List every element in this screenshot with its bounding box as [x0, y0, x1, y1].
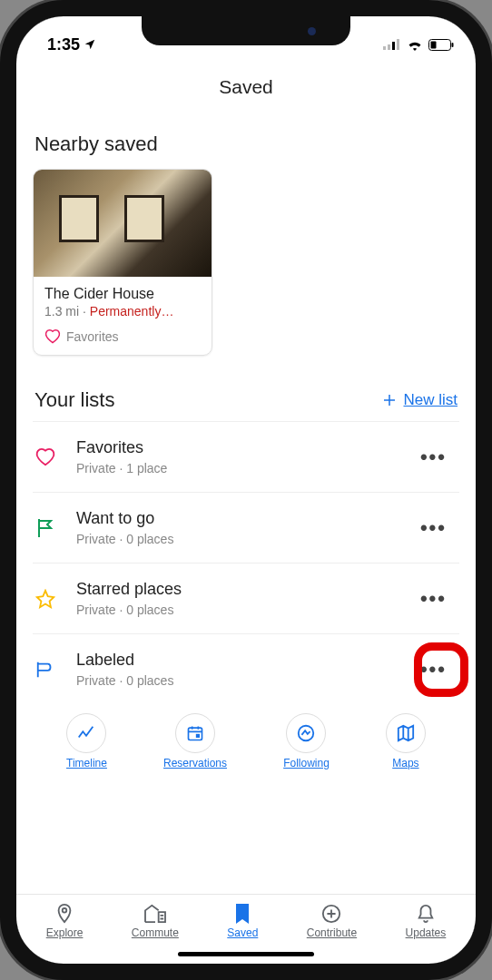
- plus-icon: [381, 392, 398, 408]
- svg-rect-6: [452, 43, 454, 47]
- heart-icon: [44, 329, 61, 344]
- phone-frame: 1:35 Saved Nearby saved The Cider House …: [0, 0, 492, 980]
- chip-following[interactable]: Following: [283, 713, 330, 769]
- chip-label: Maps: [392, 757, 418, 769]
- list-name: Starred places: [76, 580, 182, 599]
- nav-explore[interactable]: Explore: [46, 902, 84, 939]
- bookmark-icon: [234, 904, 251, 924]
- chips-row: Timeline Reservations Following Maps: [33, 704, 459, 769]
- nav-label: Commute: [132, 926, 179, 939]
- pin-icon: [54, 902, 74, 924]
- nav-label: Explore: [46, 926, 84, 939]
- svg-rect-7: [189, 728, 202, 740]
- label-icon: [34, 660, 56, 680]
- status-indicators: [383, 39, 454, 51]
- nav-commute[interactable]: Commute: [132, 904, 179, 939]
- nav-contribute[interactable]: Contribute: [307, 904, 357, 939]
- nav-label: Contribute: [307, 926, 357, 939]
- status-time: 1:35: [47, 35, 80, 54]
- list-item-want-to-go[interactable]: Want to go Private · 0 places •••: [33, 492, 459, 563]
- notch: [142, 16, 350, 45]
- follow-icon: [296, 723, 316, 743]
- chip-label: Reservations: [163, 757, 227, 769]
- heart-icon: [34, 448, 56, 466]
- list-meta: Private · 0 places: [76, 603, 182, 617]
- nav-updates[interactable]: Updates: [406, 904, 447, 939]
- your-lists-title: Your lists: [34, 388, 114, 412]
- your-lists-header: Your lists New list: [34, 388, 458, 412]
- new-list-label: New list: [403, 391, 458, 409]
- battery-icon: [428, 39, 454, 51]
- list-meta: Private · 0 places: [76, 532, 173, 546]
- list-meta: Private · 1 place: [76, 461, 167, 475]
- location-arrow-icon: [84, 38, 96, 51]
- list-name: Want to go: [76, 509, 173, 528]
- new-list-button[interactable]: New list: [381, 391, 458, 409]
- place-subtitle: 1.3 mi · Permanently…: [44, 304, 201, 318]
- trend-icon: [76, 723, 96, 743]
- svg-rect-1: [388, 44, 390, 50]
- nav-label: Saved: [227, 926, 258, 939]
- chip-timeline[interactable]: Timeline: [66, 713, 107, 769]
- map-icon: [396, 724, 416, 742]
- list-name: Labeled: [76, 651, 173, 670]
- place-distance: 1.3 mi: [44, 304, 79, 318]
- bottom-nav: Explore Commute Saved Contribute Updates: [16, 894, 476, 946]
- place-thumbnail: [34, 170, 212, 277]
- card-list-row: Favorites: [44, 329, 201, 344]
- list-meta: Private · 0 places: [76, 673, 173, 688]
- chip-label: Following: [283, 757, 330, 769]
- calendar-icon: [186, 724, 204, 742]
- more-options-button[interactable]: •••: [413, 654, 454, 685]
- wifi-icon: [407, 39, 423, 51]
- svg-rect-8: [196, 734, 200, 738]
- list-name: Favorites: [76, 438, 167, 457]
- chip-maps[interactable]: Maps: [386, 713, 426, 769]
- list-item-favorites[interactable]: Favorites Private · 1 place •••: [33, 421, 459, 492]
- svg-rect-2: [392, 42, 395, 50]
- svg-rect-0: [383, 46, 386, 50]
- chip-reservations[interactable]: Reservations: [163, 713, 227, 769]
- separator: ·: [79, 304, 90, 318]
- plus-circle-icon: [321, 904, 341, 924]
- star-icon: [34, 589, 56, 609]
- cellular-icon: [383, 39, 401, 50]
- more-options-button[interactable]: •••: [413, 583, 454, 614]
- bell-icon: [417, 904, 435, 924]
- page-title: Saved: [16, 56, 476, 116]
- svg-point-10: [63, 908, 67, 913]
- place-status: Permanently…: [90, 304, 174, 318]
- nav-label: Updates: [406, 926, 447, 939]
- svg-rect-5: [431, 41, 437, 48]
- list-item-labeled[interactable]: Labeled Private · 0 places •••: [33, 633, 459, 704]
- screen: 1:35 Saved Nearby saved The Cider House …: [16, 16, 476, 964]
- place-name: The Cider House: [44, 286, 201, 302]
- commute-icon: [143, 904, 167, 924]
- list-item-starred[interactable]: Starred places Private · 0 places •••: [33, 563, 459, 633]
- content-area: Nearby saved The Cider House 1.3 mi · Pe…: [16, 116, 476, 894]
- flag-icon: [34, 518, 56, 538]
- home-indicator[interactable]: [178, 952, 314, 956]
- nearby-card[interactable]: The Cider House 1.3 mi · Permanently… Fa…: [33, 169, 212, 356]
- svg-rect-3: [397, 39, 399, 50]
- status-time-group: 1:35: [47, 35, 96, 54]
- more-options-button[interactable]: •••: [413, 442, 454, 473]
- nav-saved[interactable]: Saved: [227, 904, 258, 939]
- nearby-saved-title: Nearby saved: [34, 132, 459, 156]
- more-options-button[interactable]: •••: [413, 513, 454, 544]
- card-body: The Cider House 1.3 mi · Permanently… Fa…: [34, 277, 212, 355]
- chip-label: Timeline: [66, 757, 107, 769]
- card-list-label: Favorites: [66, 329, 119, 344]
